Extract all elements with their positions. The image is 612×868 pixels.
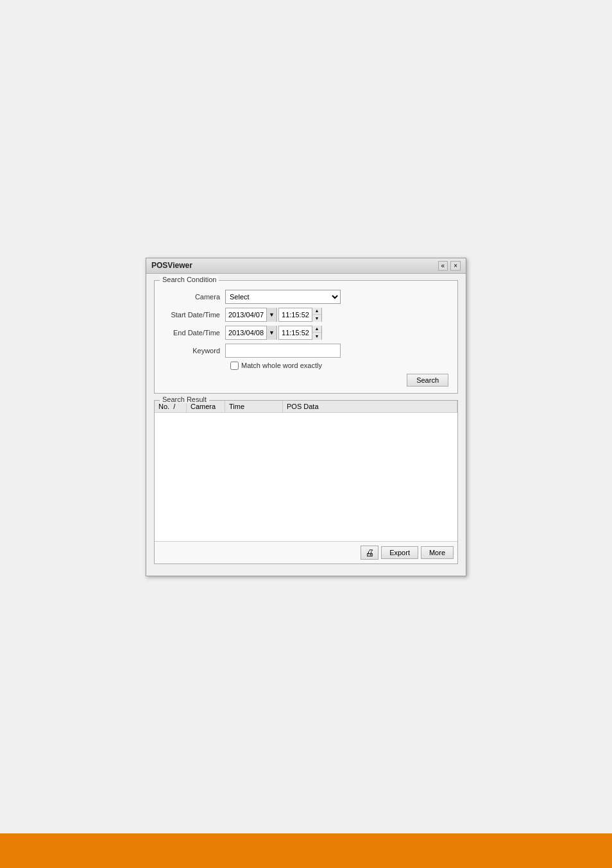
more-button[interactable]: More [421, 546, 454, 559]
close-button[interactable]: × [450, 261, 461, 271]
print-icon: 🖨 [365, 547, 374, 558]
orange-bar [0, 833, 612, 868]
start-datetime-controls: 2013/04/07 ▼ 11:15:52 ▲ ▼ [225, 308, 322, 322]
keyword-label: Keyword [161, 347, 225, 355]
search-button[interactable]: Search [407, 374, 448, 387]
camera-control-group: Select [225, 290, 341, 304]
start-time-spinner[interactable]: ▲ ▼ [312, 308, 321, 322]
end-datetime-label: End Date/Time [161, 329, 225, 337]
end-time-spinner[interactable]: ▲ ▼ [312, 326, 321, 340]
camera-select[interactable]: Select [225, 290, 341, 304]
window-title: POSViewer [151, 261, 192, 270]
search-result-title: Search Result [160, 396, 209, 403]
main-area: POSViewer « × Search Condition Camera Se… [0, 0, 612, 833]
search-condition-section: Search Condition Camera Select Start Dat… [154, 280, 458, 394]
match-whole-word-checkbox[interactable] [230, 362, 239, 370]
start-time-down-btn[interactable]: ▼ [312, 315, 321, 322]
match-word-row: Match whole word exactly [230, 362, 451, 370]
end-time-text: 11:15:52 [279, 329, 312, 337]
search-result-section: Search Result No. / Camera Time POS Data [154, 400, 458, 564]
start-date-dropdown-arrow[interactable]: ▼ [266, 308, 276, 322]
window-content: Search Condition Camera Select Start Dat… [146, 274, 466, 576]
end-time-down-btn[interactable]: ▼ [312, 333, 321, 340]
camera-row: Camera Select [161, 290, 451, 304]
start-time-input[interactable]: 11:15:52 ▲ ▼ [278, 308, 322, 322]
start-date-input[interactable]: 2013/04/07 ▼ [225, 308, 277, 322]
keyword-row: Keyword [161, 344, 451, 358]
start-datetime-label: Start Date/Time [161, 311, 225, 319]
posviewer-window: POSViewer « × Search Condition Camera Se… [146, 258, 466, 576]
result-footer: 🖨 Export More [155, 541, 457, 563]
print-button[interactable]: 🖨 [361, 546, 378, 560]
start-datetime-row: Start Date/Time 2013/04/07 ▼ 11:15:52 ▲ … [161, 308, 451, 322]
end-time-up-btn[interactable]: ▲ [312, 326, 321, 333]
keyword-input[interactable] [225, 344, 341, 358]
minimize-button[interactable]: « [438, 261, 448, 271]
search-btn-row: Search [161, 374, 451, 387]
result-grid-body[interactable] [155, 413, 457, 541]
col-header-time: Time [225, 401, 283, 412]
search-condition-title: Search Condition [160, 276, 219, 283]
camera-label: Camera [161, 293, 225, 301]
end-datetime-controls: 2013/04/08 ▼ 11:15:52 ▲ ▼ [225, 326, 322, 340]
start-date-text: 2013/04/07 [226, 311, 266, 319]
end-date-dropdown-arrow[interactable]: ▼ [266, 326, 276, 340]
end-date-text: 2013/04/08 [226, 329, 266, 337]
end-datetime-row: End Date/Time 2013/04/08 ▼ 11:15:52 ▲ ▼ [161, 326, 451, 340]
export-button[interactable]: Export [381, 546, 418, 559]
window-controls: « × [438, 261, 461, 271]
result-grid: No. / Camera Time POS Data [155, 401, 457, 541]
end-date-input[interactable]: 2013/04/08 ▼ [225, 326, 277, 340]
start-time-up-btn[interactable]: ▲ [312, 308, 321, 315]
title-bar: POSViewer « × [146, 258, 466, 274]
end-time-input[interactable]: 11:15:52 ▲ ▼ [278, 326, 322, 340]
match-whole-word-label: Match whole word exactly [241, 362, 322, 369]
start-time-text: 11:15:52 [279, 311, 312, 319]
col-header-posdata: POS Data [283, 401, 457, 412]
